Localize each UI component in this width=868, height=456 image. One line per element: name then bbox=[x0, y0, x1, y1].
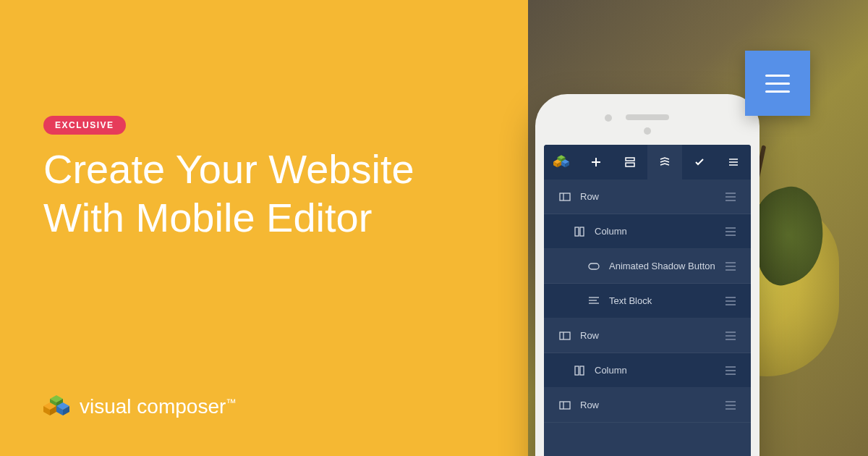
logo-icon bbox=[43, 394, 69, 420]
phone-camera bbox=[605, 114, 612, 122]
brand-logo: visual composer™ bbox=[43, 394, 236, 420]
phone-speaker bbox=[626, 114, 669, 120]
svg-rect-28 bbox=[560, 332, 570, 339]
tree-item-label: Column bbox=[595, 226, 722, 237]
tree-item-label: Animated Shadow Button bbox=[609, 261, 722, 271]
drag-handle-icon[interactable] bbox=[722, 193, 739, 201]
tree-item-column[interactable]: Column bbox=[544, 353, 751, 388]
headline-line-1: Create Your Website bbox=[43, 145, 414, 193]
add-element-button[interactable] bbox=[579, 145, 613, 180]
menu-button[interactable] bbox=[745, 51, 810, 116]
templates-button[interactable] bbox=[613, 145, 647, 180]
column-icon bbox=[573, 227, 586, 237]
drag-handle-icon[interactable] bbox=[722, 297, 739, 305]
drag-handle-icon[interactable] bbox=[722, 366, 739, 375]
svg-rect-22 bbox=[575, 227, 579, 236]
headline-line-2: With Mobile Editor bbox=[43, 193, 414, 242]
editor-screen: RowColumnAnimated Shadow ButtonText Bloc… bbox=[544, 145, 751, 456]
tree-item-row[interactable]: Row bbox=[544, 388, 751, 423]
tree-item-column[interactable]: Column bbox=[544, 214, 751, 249]
tree-item-row[interactable]: Row bbox=[544, 318, 751, 353]
tree-item-row[interactable]: Row bbox=[544, 180, 751, 214]
phone-sensor bbox=[644, 127, 651, 135]
tree-view-button[interactable] bbox=[647, 145, 682, 180]
more-menu-button[interactable] bbox=[716, 145, 751, 180]
drag-handle-icon[interactable] bbox=[722, 227, 739, 236]
headline: Create Your Website With Mobile Editor bbox=[43, 145, 414, 242]
phone-mockup: RowColumnAnimated Shadow ButtonText Bloc… bbox=[535, 94, 760, 456]
svg-rect-30 bbox=[575, 366, 579, 375]
brand-name: visual composer™ bbox=[80, 395, 236, 418]
toolbar-logo[interactable] bbox=[544, 145, 579, 180]
svg-rect-20 bbox=[560, 193, 570, 200]
row-icon bbox=[558, 401, 571, 410]
tree-item-label: Column bbox=[595, 365, 722, 376]
drag-handle-icon[interactable] bbox=[722, 332, 739, 340]
tree-item-label: Row bbox=[580, 191, 722, 202]
save-button[interactable] bbox=[682, 145, 717, 180]
svg-rect-24 bbox=[589, 263, 599, 269]
column-icon bbox=[573, 366, 586, 376]
tree-item-label: Text Block bbox=[609, 295, 722, 306]
editor-toolbar bbox=[544, 145, 751, 180]
tree-item-animated-shadow-button[interactable]: Animated Shadow Button bbox=[544, 249, 751, 284]
svg-rect-18 bbox=[626, 158, 634, 161]
row-icon bbox=[558, 332, 571, 340]
svg-rect-31 bbox=[580, 366, 584, 375]
drag-handle-icon[interactable] bbox=[722, 401, 739, 410]
svg-rect-32 bbox=[560, 402, 570, 409]
svg-rect-19 bbox=[626, 163, 634, 166]
tree-item-text-block[interactable]: Text Block bbox=[544, 284, 751, 318]
tree-item-label: Row bbox=[580, 400, 722, 410]
row-icon bbox=[558, 193, 571, 201]
tree-item-label: Row bbox=[580, 330, 722, 341]
drag-handle-icon[interactable] bbox=[722, 262, 739, 271]
svg-rect-23 bbox=[580, 227, 584, 236]
element-tree: RowColumnAnimated Shadow ButtonText Bloc… bbox=[544, 180, 751, 456]
button-icon bbox=[587, 263, 600, 270]
text-icon bbox=[587, 297, 600, 305]
exclusive-badge: EXCLUSIVE bbox=[43, 116, 126, 135]
